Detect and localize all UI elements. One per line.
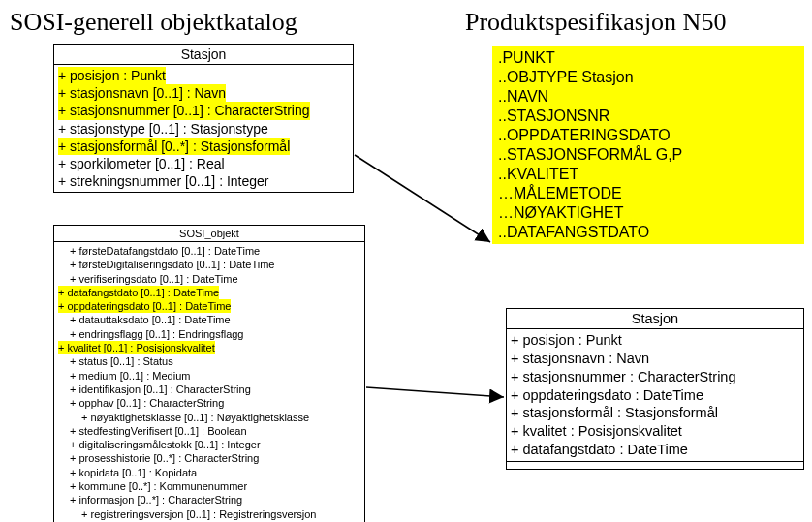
uml-class-stasjon-target: Stasjon + posisjon : Punkt+ stasjonsnavn…	[506, 308, 804, 470]
uml-attribute: + oppdateringsdato : DateTime	[507, 386, 803, 405]
uml-attribute: + førsteDigitaliseringsdato [0..1] : Dat…	[54, 258, 364, 271]
uml-attribute: + stasjonsnummer [0..1] : CharacterStrin…	[54, 102, 353, 119]
spec-line: ..STASJONSNR	[492, 107, 804, 126]
spec-line: ..OBJTYPE Stasjon	[492, 68, 804, 87]
spec-line: ..DATAFANGSTDATO	[492, 223, 804, 242]
uml-attribute: + informasjon [0..*] : CharacterString	[54, 493, 364, 507]
arrow-sosi-to-stasjon	[366, 387, 504, 397]
uml-attribute: + stedfestingVerifisert [0..1] : Boolean	[54, 424, 364, 438]
uml-class-attrs: + posisjon : Punkt+ stasjonsnavn : Navn+…	[507, 329, 803, 461]
uml-attribute: + identifikasjon [0..1] : CharacterStrin…	[54, 383, 364, 396]
uml-attribute: + kopidata [0..1] : Kopidata	[54, 466, 364, 479]
uml-class-title: SOSI_objekt	[54, 226, 364, 242]
product-spec-lines: .PUNKT..OBJTYPE Stasjon..NAVN..STASJONSN…	[492, 46, 804, 244]
uml-attribute: + opphav [0..1] : CharacterString	[54, 396, 364, 410]
uml-attribute: + registreringsversjon [0..1] : Registre…	[54, 507, 364, 521]
spec-line: ..STASJONSFORMÅL G,P	[492, 145, 804, 165]
uml-attribute: + datafangstdato : DateTime	[507, 441, 803, 459]
uml-attribute: + prosesshistorie [0..*] : CharacterStri…	[54, 451, 364, 465]
uml-class-sosi-objekt: SOSI_objekt + førsteDatafangstdato [0..1…	[53, 225, 365, 522]
title-right: Produktspesifikasjon N50	[465, 8, 726, 37]
uml-attribute: + stasjonsformål : Stasjonsformål	[507, 404, 803, 422]
spec-line: …MÅLEMETODE	[492, 184, 804, 203]
uml-attribute: + strekningsnummer [0..1] : Integer	[54, 172, 353, 190]
uml-class-title: Stasjon	[54, 45, 353, 65]
uml-attribute: + datafangstdato [0..1] : DateTime	[54, 286, 364, 299]
uml-attribute: + stasjonsnavn : Navn	[507, 350, 803, 368]
uml-attribute: + oppdateringsdato [0..1] : DateTime	[54, 299, 364, 313]
spec-line: ..KVALITET	[492, 165, 804, 184]
spec-line: .PUNKT	[492, 48, 804, 68]
uml-attribute: + datauttaksdato [0..1] : DateTime	[54, 313, 364, 326]
uml-attribute: + posisjon : Punkt	[54, 67, 353, 84]
title-left: SOSI-generell objektkatalog	[10, 8, 297, 37]
uml-attribute: + nøyaktighetsklasse [0..1] : Nøyaktighe…	[54, 411, 364, 424]
uml-attribute: + stasjonsnummer : CharacterString	[507, 368, 803, 386]
uml-class-title: Stasjon	[507, 309, 803, 329]
uml-class-bottom	[507, 461, 803, 469]
uml-attribute: + kommune [0..*] : Kommunenummer	[54, 479, 364, 493]
uml-attribute: + kvalitet [0..1] : Posisjonskvalitet	[54, 341, 364, 354]
spec-line: ..OPPDATERINGSDATO	[492, 126, 804, 145]
spec-line: …NØYAKTIGHET	[492, 203, 804, 223]
uml-attribute: + digitaliseringsmålestokk [0..1] : Inte…	[54, 438, 364, 451]
uml-attribute: + stasjonstype [0..1] : Stasjonstype	[54, 120, 353, 138]
uml-attribute: + status [0..1] : Status	[54, 354, 364, 368]
uml-attribute: + sporkilometer [0..1] : Real	[54, 155, 353, 172]
uml-attribute: + verifiseringsdato [0..1] : DateTime	[54, 272, 364, 286]
uml-attribute: + stasjonsnavn [0..1] : Navn	[54, 84, 353, 102]
uml-attribute: + førsteDatafangstdato [0..1] : DateTime	[54, 244, 364, 258]
spec-line: ..NAVN	[492, 87, 804, 107]
uml-attribute: + medium [0..1] : Medium	[54, 369, 364, 383]
uml-class-attrs: + posisjon : Punkt+ stasjonsnavn [0..1] …	[54, 65, 353, 192]
uml-class-stasjon-source: Stasjon + posisjon : Punkt+ stasjonsnavn…	[53, 44, 354, 193]
uml-attribute: + stasjonsformål [0..*] : Stasjonsformål	[54, 138, 353, 155]
arrow-stasjon-to-spec	[355, 155, 490, 242]
uml-class-attrs: + førsteDatafangstdato [0..1] : DateTime…	[54, 242, 364, 522]
uml-attribute: + endringsflagg [0..1] : Endringsflagg	[54, 327, 364, 341]
uml-attribute: + kvalitet : Posisjonskvalitet	[507, 422, 803, 441]
uml-attribute: + posisjon : Punkt	[507, 331, 803, 350]
